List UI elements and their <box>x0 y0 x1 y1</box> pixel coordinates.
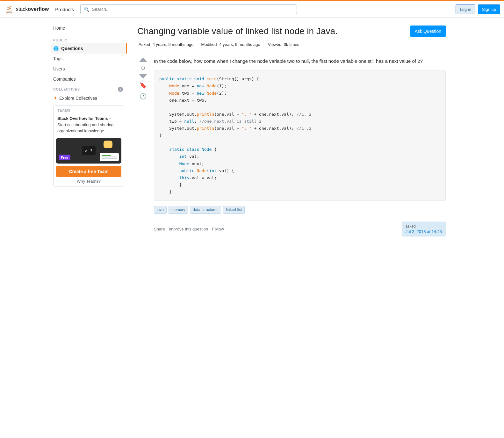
code-line-1: public static void main(String[] args) { <box>159 76 440 83</box>
chat-bubble-icon <box>104 141 112 148</box>
sidebar-item-explore-collectives[interactable]: ✦ Explore Collectives <box>51 93 127 103</box>
question-body: 0 🔖 🕐 In the code below, how come when I… <box>137 57 446 237</box>
question-title: Changing variable value of linked list n… <box>137 26 405 37</box>
modified-meta: Modified 4 years, 9 months ago <box>200 42 260 47</box>
sidebar: Home PUBLIC 🌐 Questions Tags Users Compa… <box>51 18 127 438</box>
free-badge: Free <box>59 155 70 160</box>
code-line-9: } <box>159 132 440 139</box>
asked-value: 4 years, 9 months ago <box>153 42 194 47</box>
question-meta: Asked 4 years, 9 months ago Modified 4 y… <box>137 42 446 51</box>
code-block: public static void main(String[] args) {… <box>154 70 446 201</box>
stackoverflow-logo-icon <box>4 3 14 15</box>
tag-linked-list[interactable]: linked-list <box>223 206 245 214</box>
modified-label: Modified <box>201 42 217 47</box>
question-text: In the code below, how come when I chang… <box>154 57 446 65</box>
asked-label: Asked <box>139 42 150 47</box>
asked-info-card: asked Jul 2, 2018 at 14:45 <box>402 222 446 237</box>
sidebar-public-label: PUBLIC <box>51 33 127 43</box>
improve-question-button[interactable]: Improve this question <box>169 227 208 231</box>
bookmark-button[interactable]: 🔖 <box>139 81 147 90</box>
sidebar-item-users[interactable]: Users <box>51 64 127 74</box>
modified-value: 4 years, 9 months ago <box>219 42 260 47</box>
create-free-team-button[interactable]: Create a free Team <box>56 166 121 177</box>
sidebar-item-home[interactable]: Home <box>51 23 127 33</box>
tag-memory[interactable]: memory <box>169 206 188 214</box>
code-line-4: one.next = two; <box>159 97 440 104</box>
login-button[interactable]: Log in <box>456 4 475 14</box>
post-actions: Share Improve this question Follow asked… <box>154 219 446 237</box>
check-line-2 <box>102 157 117 157</box>
header-buttons: Log in Sign up <box>456 4 500 14</box>
follow-button[interactable]: Follow <box>212 227 224 231</box>
header: stackoverflow Products 🔍 Log in Sign up <box>0 0 504 18</box>
tag-java[interactable]: java <box>154 206 167 214</box>
main-layout: Home PUBLIC 🌐 Questions Tags Users Compa… <box>51 18 453 438</box>
collectives-info-icon[interactable]: i <box>118 87 123 92</box>
terminal-icon: >_? <box>82 146 96 155</box>
products-nav-button[interactable]: Products <box>53 5 76 14</box>
logo-stack-text: stack <box>16 6 28 12</box>
code-line-8: System.out.println(one.val + ", " + one.… <box>159 125 440 132</box>
check-line-1 <box>102 155 111 156</box>
collectives-star-icon: ✦ <box>53 95 57 101</box>
code-line-3: Node two = new Node(2); <box>159 90 440 97</box>
collectives-section-header: COLLECTIVES i <box>51 84 127 93</box>
asked-info-label: asked <box>406 224 442 229</box>
code-line-5 <box>159 104 440 111</box>
teams-section: TEAMS Stack Overflow for Teams – Start c… <box>53 106 124 186</box>
globe-icon: 🌐 <box>53 46 59 51</box>
viewed-label: Viewed <box>268 42 281 47</box>
question-content: In the code below, how come when I chang… <box>154 57 446 237</box>
vote-count: 0 <box>141 64 145 72</box>
sidebar-item-companies[interactable]: Companies <box>51 74 127 84</box>
code-line-12: int val; <box>159 153 440 160</box>
svg-rect-0 <box>7 12 12 12</box>
teams-promo-strong: Stack Overflow for Teams <box>57 116 108 121</box>
code-line-15: this.val = val; <box>159 174 440 181</box>
sidebar-item-questions[interactable]: 🌐 Questions <box>51 43 127 54</box>
question-header: Changing variable value of linked list n… <box>137 26 446 37</box>
viewed-value: 3k times <box>284 42 299 47</box>
sidebar-item-tags[interactable]: Tags <box>51 54 127 64</box>
teams-label: TEAMS <box>56 108 121 112</box>
explore-collectives-label: Explore Collectives <box>59 96 97 101</box>
sidebar-home-label: Home <box>53 26 65 31</box>
logo-overflow-text: overflow <box>28 6 49 12</box>
asked-meta: Asked 4 years, 9 months ago <box>137 42 193 47</box>
share-button[interactable]: Share <box>154 227 165 231</box>
collectives-label: COLLECTIVES <box>53 87 118 91</box>
sidebar-tags-label: Tags <box>53 56 63 61</box>
sidebar-companies-label: Companies <box>53 77 76 82</box>
main-content: Changing variable value of linked list n… <box>127 18 453 438</box>
ask-question-button[interactable]: Ask Question <box>410 26 446 37</box>
teams-promo-text: Stack Overflow for Teams – Start collabo… <box>56 114 121 135</box>
viewed-meta: Viewed 3k times <box>267 42 299 47</box>
code-line-2: Node one = new Node(1); <box>159 83 440 90</box>
code-line-16: } <box>159 181 440 188</box>
code-line-17: } <box>159 188 440 195</box>
why-teams-link[interactable]: Why Teams? <box>56 179 121 184</box>
checklist-mock <box>100 153 119 161</box>
tag-data-structures[interactable]: data-structures <box>190 206 221 214</box>
logo[interactable]: stackoverflow <box>4 3 49 15</box>
sidebar-questions-label: Questions <box>61 46 83 51</box>
search-input[interactable] <box>92 7 293 12</box>
code-line-13: Node next; <box>159 160 440 167</box>
check-line-3 <box>102 158 117 159</box>
upvote-button[interactable] <box>139 57 147 62</box>
code-line-7: two = null; //one.next.val is still 2 <box>159 118 440 125</box>
search-icon: 🔍 <box>84 7 89 12</box>
signup-button[interactable]: Sign up <box>478 4 500 14</box>
logo-text: stackoverflow <box>16 6 49 12</box>
history-button[interactable]: 🕐 <box>139 92 147 100</box>
downvote-button[interactable] <box>139 74 147 79</box>
search-bar: 🔍 <box>80 4 297 14</box>
code-line-11: static class Node { <box>159 146 440 153</box>
code-line-10 <box>159 139 440 146</box>
teams-illustration: >_? Free <box>56 138 121 164</box>
vote-section: 0 🔖 🕐 <box>137 57 149 237</box>
asked-info-date: Jul 2, 2018 at 14:45 <box>406 229 442 234</box>
tags-section: java memory data-structures linked-list <box>154 206 446 214</box>
code-line-14: public Node(int val) { <box>159 167 440 174</box>
sidebar-users-label: Users <box>53 66 65 71</box>
